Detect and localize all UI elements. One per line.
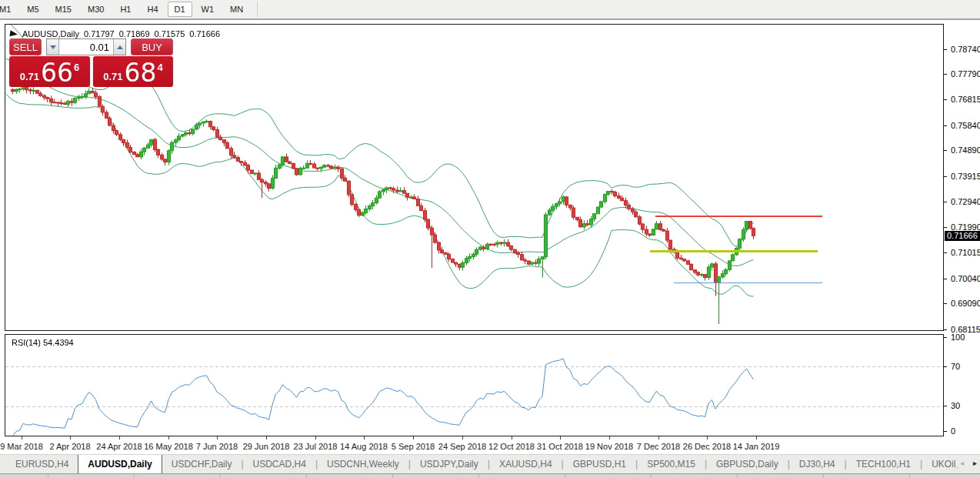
price-tick bbox=[943, 99, 947, 100]
chart-tab-dj30-h4[interactable]: DJ30,H4 bbox=[790, 455, 845, 473]
chart-tab-gbpusd-daily[interactable]: GBPUSD,Daily bbox=[707, 455, 788, 473]
date-tick bbox=[168, 436, 169, 440]
chart-tab-usdchf-daily[interactable]: USDCHF,Daily bbox=[162, 455, 242, 473]
volume-input[interactable]: 0.01 bbox=[59, 39, 113, 55]
chart-tab-xauusd-h4[interactable]: XAUUSD,H4 bbox=[490, 455, 562, 473]
timeframe-button-m5[interactable]: M5 bbox=[20, 2, 45, 17]
timeframe-button-m30[interactable]: M30 bbox=[81, 2, 111, 17]
price-tick-label: 0.78740 bbox=[951, 45, 980, 54]
chart-tab-usdcnh-weekly[interactable]: USDCNH,Weekly bbox=[318, 455, 408, 473]
chart-tab-sp500-m15[interactable]: SP500,M15 bbox=[638, 455, 705, 473]
timeframe-button-h1[interactable]: H1 bbox=[113, 2, 138, 17]
price-tick-label: 0.71015 bbox=[951, 248, 980, 257]
buy-price-prefix: 0.71 bbox=[103, 71, 122, 82]
tab-scroll-right-icon[interactable]: ▸ bbox=[973, 459, 977, 467]
sell-price-big: 66 bbox=[41, 60, 73, 85]
status-strip bbox=[0, 473, 980, 478]
price-tick bbox=[943, 279, 947, 279]
chart-tab-eurusd-h4[interactable]: EURUSD,H4 bbox=[6, 455, 78, 473]
timeframe-button-mn[interactable]: MN bbox=[223, 2, 250, 17]
timeframe-bar: M1M5M15M30H1H4D1W1MN bbox=[0, 0, 980, 20]
tab-scroll-arrows: ◂ ▸ bbox=[955, 459, 977, 467]
strip-divider bbox=[909, 475, 910, 478]
date-tick bbox=[462, 436, 463, 440]
price-tick bbox=[943, 303, 947, 304]
timeframe-button-m1[interactable]: M1 bbox=[0, 2, 18, 17]
sell-price-prefix: 0.71 bbox=[20, 71, 39, 82]
price-tick-label: 0.70040 bbox=[951, 274, 980, 283]
buy-price-sup: 4 bbox=[158, 62, 163, 73]
mid-support-line[interactable] bbox=[650, 250, 818, 252]
rsi-tick-label: 100 bbox=[951, 333, 965, 342]
timeframe-button-h4[interactable]: H4 bbox=[140, 2, 165, 17]
chart-tab-usdjpy-daily[interactable]: USDJPY,Daily bbox=[411, 455, 488, 473]
price-tick-label: 0.72940 bbox=[951, 197, 980, 206]
chart-tab-usdcad-h4[interactable]: USDCAD,H4 bbox=[244, 455, 315, 473]
buy-price-big: 68 bbox=[125, 60, 157, 85]
chart-symbol-period: AUDUSD,Daily bbox=[22, 29, 79, 38]
timeframe-button-m15[interactable]: M15 bbox=[48, 2, 78, 17]
buy-button[interactable]: BUY bbox=[131, 38, 173, 55]
chart-tab-gbpusd-h1[interactable]: GBPUSD,H1 bbox=[564, 455, 635, 473]
ohlc-close: 0.71666 bbox=[189, 29, 220, 38]
rsi-tick bbox=[943, 366, 947, 367]
price-tick bbox=[943, 252, 947, 253]
strip-divider bbox=[134, 475, 135, 478]
price-tick bbox=[943, 49, 947, 50]
rsi-tick-label: 70 bbox=[951, 362, 960, 371]
time-scale[interactable]: 9 Mar 20182 Apr 201824 Apr 201816 May 20… bbox=[0, 436, 980, 453]
ohlc-high: 0.71869 bbox=[119, 29, 150, 38]
price-tick bbox=[943, 202, 947, 202]
strip-divider bbox=[478, 475, 479, 478]
strip-divider bbox=[565, 475, 565, 478]
sell-price-button[interactable]: 0.71666 bbox=[9, 56, 90, 87]
date-tick bbox=[315, 436, 316, 440]
volume-increase-button[interactable] bbox=[113, 39, 125, 55]
rsi-tick bbox=[943, 431, 947, 432]
ohlc-low: 0.71575 bbox=[155, 29, 185, 38]
timeframe-button-d1[interactable]: D1 bbox=[168, 2, 192, 17]
chart-tab-bar: EURUSD,H4AUDUSD,DailyUSDCHF,Daily|USDCAD… bbox=[0, 454, 980, 473]
ohlc-open: 0.71797 bbox=[84, 29, 115, 38]
support-line[interactable] bbox=[674, 282, 822, 283]
sell-button[interactable]: SELL bbox=[9, 38, 42, 55]
strip-divider bbox=[823, 475, 824, 478]
price-tick-label: 0.77790 bbox=[951, 69, 980, 79]
price-tick-label: 0.73915 bbox=[951, 172, 980, 181]
chart-marker-icon bbox=[9, 30, 18, 37]
strip-divider bbox=[306, 475, 307, 478]
date-tick bbox=[364, 436, 365, 440]
price-tick-label: 0.74890 bbox=[951, 145, 980, 155]
tab-scroll-left-icon[interactable]: ◂ bbox=[960, 459, 964, 467]
date-tick bbox=[512, 436, 512, 440]
rsi-indicator-pane[interactable]: RSI(14) 54.4394 bbox=[5, 334, 944, 436]
strip-divider bbox=[392, 475, 393, 478]
date-tick bbox=[119, 436, 120, 440]
rsi-tick-label: 0 bbox=[951, 426, 955, 436]
price-tick bbox=[943, 329, 947, 330]
price-tick bbox=[943, 74, 947, 75]
strip-divider bbox=[651, 475, 652, 478]
rsi-canvas[interactable] bbox=[5, 335, 943, 436]
date-tick bbox=[266, 436, 267, 440]
date-tick bbox=[217, 436, 218, 440]
date-tick bbox=[413, 436, 414, 440]
price-scale[interactable]: 0.787400.777900.768150.758400.748900.739… bbox=[945, 0, 980, 454]
buy-price-button[interactable]: 0.71684 bbox=[93, 56, 173, 87]
date-tick bbox=[70, 436, 71, 440]
rsi-tick bbox=[943, 337, 947, 338]
rsi-tick bbox=[943, 406, 947, 406]
strip-divider bbox=[48, 475, 48, 478]
resistance-line[interactable] bbox=[655, 216, 822, 217]
date-tick bbox=[22, 436, 22, 440]
volume-stepper: 0.01 bbox=[46, 38, 126, 55]
sell-price-sup: 6 bbox=[74, 62, 79, 73]
chart-tab-tech100-h1[interactable]: TECH100,H1 bbox=[847, 455, 920, 473]
volume-decrease-button[interactable] bbox=[47, 39, 59, 55]
timeframe-button-w1[interactable]: W1 bbox=[195, 2, 222, 17]
strip-divider bbox=[737, 475, 738, 478]
one-click-trading-panel: SELL 0.01 BUY 0.71666 0.71684 bbox=[9, 38, 173, 87]
chart-tab-audusd-daily[interactable]: AUDUSD,Daily bbox=[78, 454, 162, 473]
date-tick bbox=[658, 436, 659, 440]
date-tick-label: 14 Jan 2019 bbox=[725, 442, 787, 451]
